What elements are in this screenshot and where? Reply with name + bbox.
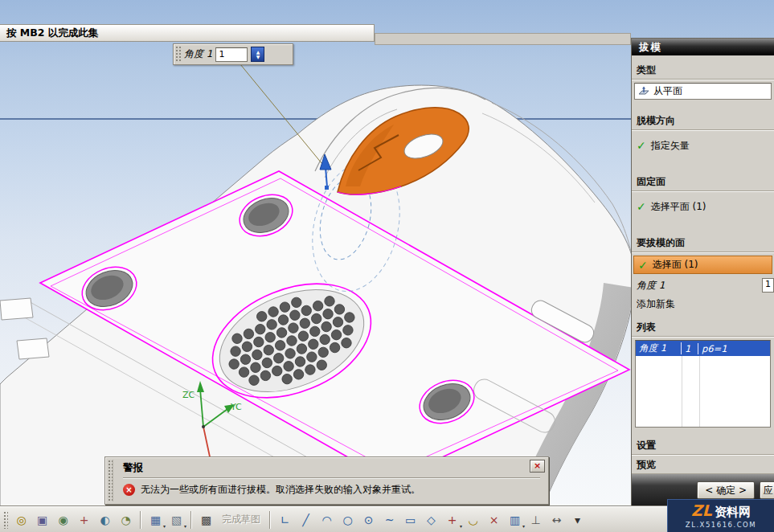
toolbar-icon-point[interactable]: +▾: [442, 510, 462, 530]
check-icon: ✓: [638, 260, 648, 271]
list-cell-value: 1: [682, 343, 698, 354]
alert-close-button[interactable]: ×: [530, 460, 545, 473]
toolbar-icon-polygon[interactable]: ◇: [421, 510, 441, 530]
toolbar-icon-intersection-point[interactable]: +: [74, 510, 94, 530]
toolbar-icon-line[interactable]: ╱: [296, 510, 316, 530]
toolbar-icon-rectangle[interactable]: ▭: [400, 510, 420, 530]
check-icon: ✓: [637, 140, 646, 151]
section-draw-direction: 脱模方向: [632, 111, 774, 130]
section-type: 类型: [632, 60, 774, 80]
section-preview[interactable]: 预览: [632, 455, 774, 474]
watermark-zl: ZL: [691, 503, 712, 518]
list-cell-angle: 角度 1: [636, 342, 682, 354]
type-dropdown[interactable]: 从平面: [634, 83, 772, 100]
section-list: 列表: [632, 317, 774, 337]
toolbar-icon-mirror-curve[interactable]: ▥▾: [505, 510, 525, 530]
select-plane-label: 选择平面 (1): [651, 200, 706, 214]
alert-body: 警报 × 无法为一些或所有面进行拔模。取消选择失败的输入对象并重试。 ×: [115, 457, 548, 504]
alert-message: 无法为一些或所有面进行拔模。取消选择失败的输入对象并重试。: [141, 483, 420, 497]
check-icon: ✓: [637, 201, 646, 212]
toolbar-icon-ellipse[interactable]: ⊙: [358, 510, 379, 530]
prompt-text: 按 MB2 以完成此集: [6, 27, 98, 40]
list-column-line: [682, 356, 682, 427]
toolbar-icon-work-plane[interactable]: ▧▾: [166, 510, 186, 530]
angle-popup-label: 角度 1: [184, 47, 212, 61]
draft-set-list[interactable]: 角度 1 1 p6=1: [635, 340, 771, 428]
angle-label: 角度 1: [637, 279, 665, 293]
draft-dialog: 拔模 类型 从平面 脱模方向 ✓ 指定矢量 固定面 ✓ 选择平面 (1) 要拔模…: [631, 38, 774, 506]
axis-zc-label: ZC: [182, 390, 195, 400]
from-plane-icon: [638, 86, 649, 97]
watermark-logo: ZL 资料网 ZL.X51616.COM: [667, 499, 774, 532]
toolbar-icon-grid-snap[interactable]: ▦▾: [145, 510, 166, 530]
list-selected-row[interactable]: 角度 1 1 p6=1: [636, 341, 770, 356]
list-column-line: [699, 356, 700, 427]
toolbar-icon-snap-point[interactable]: ◎: [11, 510, 31, 530]
toolbar-separator: [269, 511, 271, 529]
angle-popup[interactable]: 角度 1 ▲ ▼: [173, 43, 293, 65]
toolbar-separator: [140, 511, 141, 529]
error-icon: ×: [123, 484, 135, 496]
toolbar-icon-arc[interactable]: ◠: [317, 510, 337, 530]
select-plane-row[interactable]: ✓ 选择平面 (1): [632, 191, 774, 222]
section-faces-to-draft: 要拔模的面: [632, 233, 774, 252]
angle-input[interactable]: [215, 47, 248, 62]
watermark-site: ZL.X51616.COM: [686, 521, 756, 529]
toolbar-icon-spline[interactable]: ~: [379, 510, 399, 530]
section-settings[interactable]: 设置: [632, 436, 774, 455]
angle-value-input[interactable]: 1: [762, 278, 774, 293]
popup-drag-handle[interactable]: [175, 46, 181, 63]
angle-spinner[interactable]: ▲ ▼: [251, 47, 264, 62]
toolbar-icon-arc-center[interactable]: ◐: [95, 510, 115, 530]
toolbar-finish-sketch-label: 完成草图: [222, 513, 260, 526]
alert-drag-handle[interactable]: [108, 460, 113, 501]
axis-yc-label: YC: [230, 402, 242, 412]
toolbar-icon-circle[interactable]: ○: [338, 510, 358, 530]
specify-vector-label: 指定矢量: [651, 139, 690, 153]
side-port-cutout[interactable]: [0, 298, 33, 320]
toolbar-separator: [190, 511, 192, 529]
toolbar-icon-end-point[interactable]: ▣: [32, 510, 52, 530]
section-fixed-plane: 固定面: [632, 172, 774, 191]
application-window: ZC YC 按 MB2 以完成此集 角度 1 ▲ ▼ 拔模 类型 从平面 脱模方…: [0, 0, 774, 532]
angle-row: 角度 1 1: [632, 274, 774, 295]
type-value: 从平面: [653, 84, 682, 98]
side-port-cutout[interactable]: [17, 338, 49, 359]
top-toolbar-strip: [375, 33, 631, 45]
toolbar-icon-mid-point[interactable]: ◉: [53, 510, 73, 530]
select-face-label: 选择面 (1): [653, 258, 698, 272]
spinner-down-icon[interactable]: ▼: [256, 55, 260, 59]
toolbar-icon-quadrant-point[interactable]: ◔: [116, 510, 136, 530]
toolbar-icon-constraint[interactable]: ⊥: [526, 510, 546, 530]
status-prompt-bar: 按 MB2 以完成此集: [0, 24, 375, 42]
watermark-name: 资料网: [715, 505, 751, 519]
toolbar-icon-more-tools[interactable]: ▾: [567, 510, 588, 530]
alert-dialog: 警报 × 无法为一些或所有面进行拔模。取消选择失败的输入对象并重试。 ×: [104, 456, 549, 505]
dialog-title[interactable]: 拔模: [632, 39, 774, 55]
list-cell-expression: p6=1: [698, 343, 770, 354]
specify-vector-row[interactable]: ✓ 指定矢量: [632, 130, 774, 161]
toolbar-drag-handle[interactable]: [3, 511, 8, 529]
toolbar-icon-profile[interactable]: ∟: [275, 510, 295, 530]
toolbar-icon-trim[interactable]: ×: [484, 510, 504, 530]
toolbar-items: ◎▣◉+◐◔▦▾▧▾▩完成草图∟╱◠○⊙~▭◇+▾◡×▥▾⊥↔▾: [11, 510, 588, 530]
select-face-row[interactable]: ✓ 选择面 (1): [633, 256, 772, 274]
toolbar-icon-dimension[interactable]: ↔: [547, 510, 567, 530]
ok-button[interactable]: < 确定 >: [697, 481, 755, 499]
alert-title: 警报: [123, 461, 540, 478]
toolbar-icon-fillet[interactable]: ◡: [463, 510, 483, 530]
toolbar-icon-finish-sketch[interactable]: ▩: [196, 510, 216, 530]
apply-button[interactable]: 应: [760, 481, 774, 499]
bottom-toolbar: ◎▣◉+◐◔▦▾▧▾▩完成草图∟╱◠○⊙~▭◇+▾◡×▥▾⊥↔▾: [0, 506, 774, 532]
add-new-set-button[interactable]: 添加新集: [632, 295, 774, 313]
